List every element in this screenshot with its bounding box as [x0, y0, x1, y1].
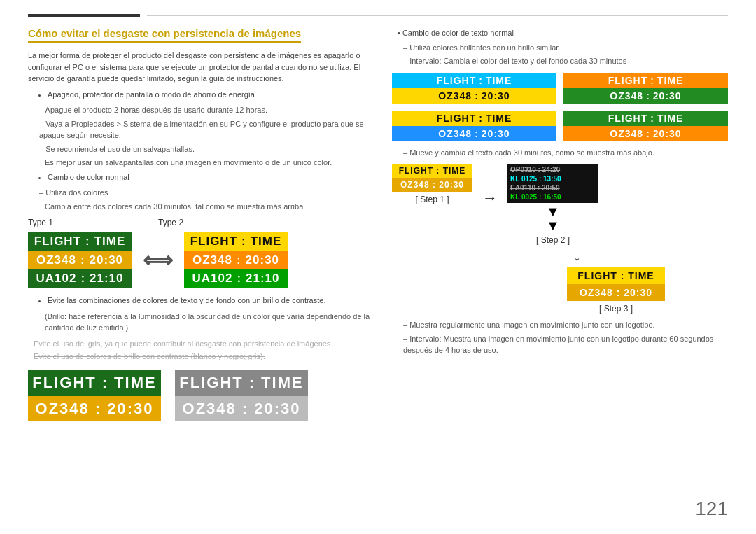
- right-flight-grid: FLIGHT : TIME OZ348 : 20:30 FLIGHT :: [392, 73, 728, 141]
- type2-time2: 21:10: [246, 272, 279, 286]
- steps-section: FLIGHT : TIME OZ348 : 20:30 [ Step 1 ] →…: [392, 164, 728, 314]
- type1-colon3: :: [80, 272, 85, 286]
- type2-ua: UA102: [192, 272, 232, 286]
- type1-box: FLIGHT : TIME OZ348 : 20:30 UA102 : 21:1…: [28, 232, 132, 288]
- step-right-arrow-icon: →: [482, 189, 498, 207]
- right-dash5: Intervalo: Muestra una imagen en movimie…: [403, 333, 728, 356]
- note1b: (Brillo: hace referencia a la luminosida…: [45, 311, 371, 334]
- v3-h-time: TIME: [486, 113, 512, 124]
- step2-arrows-icon: ▼ ▼: [546, 204, 560, 232]
- type1-time-label: TIME: [94, 234, 126, 248]
- v2-oz: OZ348: [610, 90, 643, 101]
- type2-oz: OZ348: [192, 253, 232, 267]
- type2-header: FLIGHT : TIME: [184, 232, 288, 251]
- step2-list-box: OP0310 : 24:20 KL 0125 : 13:50 EA0110 : …: [507, 164, 598, 203]
- section-title: Cómo evitar el desgaste con persistencia…: [28, 27, 301, 43]
- b-dark-time: TIME: [114, 374, 157, 392]
- v1-oz: OZ348: [438, 90, 472, 101]
- intro-text: La mejor forma de proteger el producto d…: [28, 50, 371, 85]
- page: Cómo evitar el desgaste con persistencia…: [0, 0, 756, 534]
- right-bullet1: Cambio de color de texto normal: [398, 27, 728, 39]
- dash4: Utiliza dos colores: [39, 187, 371, 199]
- step2-r1: OP0310 : 24:20: [510, 165, 596, 174]
- step1-col: FLIGHT : TIME OZ348 : 20:30 [ Step 1 ]: [392, 164, 472, 204]
- type1-header: FLIGHT : TIME: [28, 232, 132, 251]
- type2-colon: :: [241, 234, 246, 248]
- right-dash1: Utiliza colores brillantes con un brillo…: [403, 42, 728, 54]
- note3: Evite el uso de colores de brillo con co…: [34, 351, 371, 363]
- v4-row: OZ348 : 20:30: [564, 126, 728, 141]
- step1-header: FLIGHT : TIME: [392, 164, 472, 178]
- v2-row: OZ348 : 20:30: [564, 88, 728, 104]
- dash3b: Es mejor usar un salvapantallas con una …: [45, 157, 371, 169]
- b-grey-oz: OZ348: [183, 400, 237, 418]
- left-column: Cómo evitar el desgaste con persistencia…: [28, 27, 371, 421]
- v1-val: 20:30: [482, 90, 510, 101]
- bottom-dark-header: FLIGHT : TIME: [28, 370, 161, 396]
- bottom-grey-row: OZ348 : 20:30: [175, 396, 308, 421]
- v2-header: FLIGHT : TIME: [564, 73, 728, 88]
- type1-time1: 20:30: [90, 253, 123, 267]
- bullet2: Cambio de color normal: [48, 171, 371, 183]
- down-arrow-icon: ↓: [392, 246, 616, 265]
- v2-h-flight: FLIGHT: [608, 75, 648, 86]
- main-content: Cómo evitar el desgaste con persistencia…: [28, 27, 728, 421]
- bottom-flight-grey: FLIGHT : TIME OZ348 : 20:30: [175, 370, 308, 421]
- step3-col: FLIGHT : TIME OZ348 : 20:30 [ Step 3 ]: [504, 267, 728, 314]
- v1-row: OZ348 : 20:30: [392, 88, 556, 104]
- v4-header: FLIGHT : TIME: [564, 111, 728, 126]
- type1-colon: :: [85, 234, 90, 248]
- variant4-box: FLIGHT : TIME OZ348 : 20:30: [564, 111, 728, 141]
- type2-time1: 20:30: [246, 253, 279, 267]
- type1-colon2: :: [80, 253, 85, 267]
- dash4b: Cambia entre dos colores cada 30 minutos…: [45, 201, 371, 213]
- v3-val: 20:30: [482, 128, 510, 139]
- dash1: Apague el producto 2 horas después de us…: [39, 104, 371, 116]
- note2: Evite el uso del gris, ya que puede cont…: [34, 338, 371, 350]
- type1-ua: UA102: [36, 272, 76, 286]
- b-grey-colon: :: [249, 374, 255, 392]
- bullet1: Apagado, protector de pantalla o modo de…: [48, 89, 371, 101]
- note1: Evite las combinaciones de colores de te…: [48, 295, 371, 307]
- b-grey-val: 20:30: [254, 400, 300, 418]
- step2-col: OP0310 : 24:20 KL 0125 : 13:50 EA0110 : …: [507, 164, 598, 245]
- type2-row1: OZ348 : 20:30: [184, 251, 288, 269]
- variant1-box: FLIGHT : TIME OZ348 : 20:30: [392, 73, 556, 104]
- v1-h-flight: FLIGHT: [437, 75, 477, 86]
- border-right: [147, 15, 728, 16]
- b-dark-colon2: :: [95, 400, 102, 418]
- type1-row1: OZ348 : 20:30: [28, 251, 132, 269]
- b-dark-colon: :: [102, 374, 108, 392]
- right-dash2: Intervalo: Cambia el color del texto y d…: [403, 55, 728, 67]
- step2-r4: KL 0025 : 16:50: [510, 192, 596, 202]
- dash3: Se recomienda el uso de un salvapantalla…: [39, 143, 371, 155]
- type2-colon2: :: [237, 253, 241, 267]
- step2-r3: EA0110 : 20:50: [510, 183, 596, 192]
- flight-displays: FLIGHT : TIME OZ348 : 20:30 UA102 : 21:1…: [28, 232, 371, 288]
- step2-r2: KL 0125 : 13:50: [510, 174, 596, 183]
- right-dash3: Mueve y cambia el texto cada 30 minutos,…: [403, 147, 728, 159]
- type1-time2: 21:10: [90, 272, 123, 286]
- v4-h-time: TIME: [657, 113, 683, 124]
- top-border: [28, 14, 728, 17]
- v4-val: 20:30: [653, 128, 682, 139]
- bottom-flight-dark: FLIGHT : TIME OZ348 : 20:30: [28, 370, 161, 421]
- type1-oz: OZ348: [36, 253, 76, 267]
- type2-time-label: TIME: [251, 234, 282, 248]
- v1-header: FLIGHT : TIME: [392, 73, 556, 88]
- type2-label: Type 2: [158, 218, 183, 227]
- step3-row: OZ348 : 20:30: [567, 284, 665, 301]
- v3-h-flight: FLIGHT: [437, 113, 477, 124]
- type2-flight-label: FLIGHT: [190, 234, 237, 248]
- b-dark-oz: OZ348: [36, 400, 90, 418]
- v2-h-time: TIME: [657, 75, 683, 86]
- v4-oz: OZ348: [610, 128, 643, 139]
- step3-header: FLIGHT : TIME: [567, 267, 665, 284]
- v3-header: FLIGHT : TIME: [392, 111, 556, 126]
- v2-val: 20:30: [653, 90, 682, 101]
- variant3-box: FLIGHT : TIME OZ348 : 20:30: [392, 111, 556, 141]
- dash2: Vaya a Propiedades > Sistema de alimenta…: [39, 118, 371, 141]
- type1-row2: UA102 : 21:10: [28, 269, 132, 288]
- type-labels: Type 1 Type 2: [28, 218, 371, 227]
- type1-flight-label: FLIGHT: [34, 234, 81, 248]
